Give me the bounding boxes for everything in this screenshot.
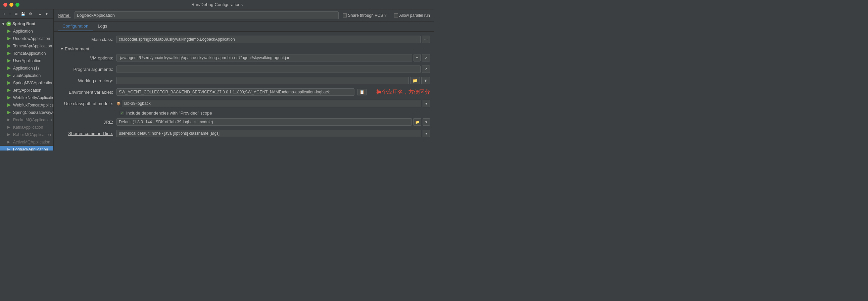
- spring-boot-group[interactable]: ▼ 🍃 Spring Boot: [0, 20, 53, 28]
- app-run-icon6: [7, 66, 12, 70]
- tree-area: ▼ 🍃 Spring Boot Application UndertowAppl…: [0, 19, 53, 150]
- vm-options-input[interactable]: [117, 54, 412, 61]
- include-deps-checkbox[interactable]: ✓: [120, 111, 124, 115]
- tab-configuration[interactable]: Configuration: [58, 22, 93, 31]
- vm-options-expand-button[interactable]: +: [413, 54, 421, 61]
- working-dir-dropdown-button[interactable]: ▼: [421, 77, 430, 84]
- sidebar-item-activemq[interactable]: ActiveMQApplication: [0, 139, 53, 146]
- app-run-icon13: [7, 118, 12, 122]
- sidebar-item-label: WebfluxNettyApplication: [13, 95, 53, 100]
- minimize-button[interactable]: [9, 3, 13, 7]
- shorten-label: Shorten command line:: [58, 131, 117, 136]
- sidebar-item-label: SpringMVCApplication: [13, 81, 53, 85]
- sidebar-item-undertow[interactable]: UndertowApplication: [0, 35, 53, 42]
- maximize-button[interactable]: [16, 3, 20, 7]
- program-args-input[interactable]: [117, 65, 421, 73]
- move-down-button[interactable]: ▼: [44, 11, 49, 17]
- app-run-icon8: [7, 81, 12, 85]
- sidebar-item-springmvc[interactable]: SpringMVCApplication: [0, 79, 53, 87]
- sidebar-item-application1[interactable]: Application (1): [0, 64, 53, 72]
- jre-label: JRE:: [58, 120, 117, 125]
- vm-options-arrow-button[interactable]: ↗: [422, 54, 430, 61]
- save-button[interactable]: 💾: [20, 11, 27, 17]
- main-container: + − ⧉ 💾 ⚙ ▲ ▼ 📁 ↕ ▼ 🍃 Spring Boot Applic…: [0, 9, 434, 150]
- add-button[interactable]: +: [2, 11, 7, 17]
- sidebar: + − ⧉ 💾 ⚙ ▲ ▼ 📁 ↕ ▼ 🍃 Spring Boot Applic…: [0, 9, 54, 150]
- env-vars-input[interactable]: [117, 88, 354, 96]
- settings-icon[interactable]: ⚙: [28, 11, 33, 17]
- name-bar: Name: Share through VCS ? Allow parallel…: [54, 9, 434, 22]
- sidebar-item-kafka[interactable]: KafkaApplication: [0, 124, 53, 131]
- expand-icon: ▼: [1, 22, 5, 26]
- vm-options-input-wrap: + ↗: [117, 54, 430, 61]
- allow-parallel-checkbox[interactable]: [394, 13, 398, 18]
- classpath-input[interactable]: [122, 100, 421, 107]
- sidebar-item-label: ZuulApplication: [13, 73, 41, 78]
- classpath-dropdown-wrap: 📦 ▼: [117, 100, 430, 107]
- vm-options-row: VM options: + ↗: [58, 53, 430, 62]
- app-run-icon5: [7, 58, 12, 63]
- main-class-browse-button[interactable]: ···: [422, 36, 430, 43]
- share-vcs-checkbox[interactable]: [343, 13, 347, 18]
- sidebar-item-zuul[interactable]: ZuulApplication: [0, 72, 53, 79]
- close-button[interactable]: [3, 3, 7, 7]
- include-deps-label: Include dependencies with "Provided" sco…: [126, 111, 212, 116]
- shorten-dropdown-wrap: ▼: [117, 130, 430, 137]
- remove-button[interactable]: −: [8, 11, 13, 17]
- program-args-arrow-button[interactable]: ↗: [422, 65, 430, 73]
- sidebar-item-label: LogbackApplication: [13, 147, 48, 150]
- expand-environment-icon[interactable]: [61, 48, 63, 50]
- working-dir-label: Working directory:: [58, 78, 117, 83]
- sidebar-item-tomcat[interactable]: TomcatApplication: [0, 50, 53, 57]
- classpath-row: Use classpath of module: 📦 ▼: [58, 99, 430, 108]
- sidebar-item-webflux-tomcat[interactable]: WebfluxTomcatApplication: [0, 101, 53, 109]
- sidebar-item-label: Application (1): [13, 66, 39, 70]
- env-vars-edit-button[interactable]: 📋: [357, 89, 367, 95]
- environment-label: Environment: [65, 47, 89, 51]
- sidebar-item-logback[interactable]: LogbackApplication: [0, 146, 53, 150]
- question-icon[interactable]: ?: [384, 13, 387, 18]
- program-args-row: Program arguments: ↗: [58, 65, 430, 73]
- app-run-icon4: [7, 51, 12, 56]
- main-class-input[interactable]: [117, 36, 421, 43]
- jre-dropdown-button[interactable]: ▼: [423, 118, 430, 126]
- working-dir-folder-button[interactable]: 📁: [410, 77, 420, 84]
- app-run-icon15: [7, 132, 12, 137]
- sidebar-item-label: ActiveMQApplication: [13, 140, 50, 145]
- sidebar-item-application[interactable]: Application: [0, 28, 53, 35]
- app-run-icon11: [7, 103, 12, 108]
- tab-logs[interactable]: Logs: [93, 22, 112, 31]
- move-up-button[interactable]: ▲: [37, 11, 43, 17]
- sidebar-item-user[interactable]: UserApplication: [0, 57, 53, 64]
- include-deps-row[interactable]: ✓ Include dependencies with "Provided" s…: [120, 111, 430, 116]
- spring-boot-icon: 🍃: [6, 22, 11, 26]
- env-vars-wrap: 📋 换个应用名，方便区分: [117, 88, 430, 96]
- app-run-icon7: [7, 73, 12, 78]
- shorten-input[interactable]: [117, 130, 421, 137]
- sidebar-item-gateway[interactable]: SpringCloudGatewayApplicati...: [0, 109, 53, 116]
- shorten-dropdown-button[interactable]: ▼: [423, 130, 430, 137]
- share-vcs-label: Share through VCS: [348, 13, 383, 18]
- sidebar-item-tomcatapr[interactable]: TomcatAprApplication: [0, 42, 53, 50]
- vm-options-label: VM options:: [58, 55, 117, 60]
- name-input[interactable]: [74, 11, 339, 19]
- classpath-dropdown-button[interactable]: ▼: [423, 100, 430, 107]
- sidebar-item-label: WebfluxTomcatApplication: [13, 103, 53, 108]
- window-controls[interactable]: [3, 3, 20, 7]
- group-label: Spring Boot: [12, 22, 36, 26]
- copy-button[interactable]: ⧉: [14, 11, 19, 17]
- sidebar-item-jetty[interactable]: JettyApplication: [0, 87, 53, 94]
- jre-folder-button[interactable]: 📁: [413, 118, 421, 126]
- main-class-input-wrap: ···: [117, 36, 430, 43]
- env-vars-label: Environment variables:: [58, 90, 117, 95]
- allow-parallel-wrap[interactable]: Allow parallel run: [394, 13, 430, 18]
- jre-input[interactable]: [117, 118, 412, 126]
- sidebar-item-webflux-netty[interactable]: WebfluxNettyApplication: [0, 94, 53, 101]
- app-run-icon10: [7, 95, 12, 100]
- working-dir-input[interactable]: [117, 77, 409, 84]
- share-vcs-wrap[interactable]: Share through VCS ?: [343, 13, 387, 18]
- sidebar-item-label: RocketMQApplication: [13, 118, 52, 122]
- sidebar-item-rabbitmq[interactable]: RabbitMQApplication: [0, 131, 53, 139]
- sidebar-item-rocketmq[interactable]: RocketMQApplication: [0, 116, 53, 124]
- jre-dropdown-wrap: 📁 ▼: [117, 118, 430, 126]
